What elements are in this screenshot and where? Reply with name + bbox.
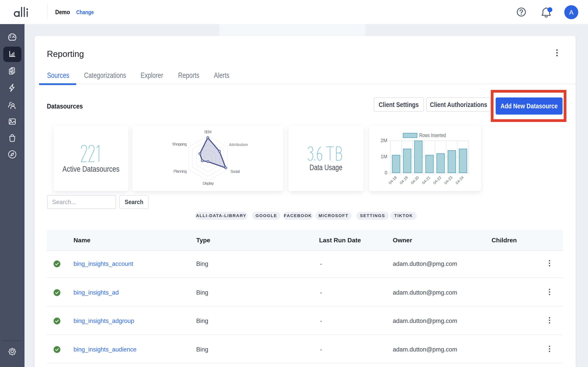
svg-text:04-23: 04-23 bbox=[443, 175, 453, 185]
svg-text:0: 0 bbox=[385, 170, 387, 175]
svg-text:Social: Social bbox=[230, 169, 240, 174]
svg-text:Planning: Planning bbox=[173, 169, 187, 173]
svg-text:1M: 1M bbox=[380, 154, 387, 159]
svg-text:04-22: 04-22 bbox=[432, 175, 442, 185]
svg-text:Attribution: Attribution bbox=[229, 142, 248, 147]
svg-text:SEM: SEM bbox=[204, 130, 212, 134]
svg-text:04-20: 04-20 bbox=[410, 175, 420, 185]
svg-text:Display: Display bbox=[203, 181, 214, 185]
svg-text:04-21: 04-21 bbox=[421, 175, 431, 185]
svg-text:2M: 2M bbox=[380, 138, 387, 143]
svg-text:04-18: 04-18 bbox=[388, 175, 398, 185]
svg-text:04-19: 04-19 bbox=[399, 175, 409, 185]
svg-text:04-24: 04-24 bbox=[455, 175, 465, 185]
svg-text:Rows Inserted: Rows Inserted bbox=[419, 133, 446, 138]
svg-text:Shopping: Shopping bbox=[172, 142, 187, 146]
